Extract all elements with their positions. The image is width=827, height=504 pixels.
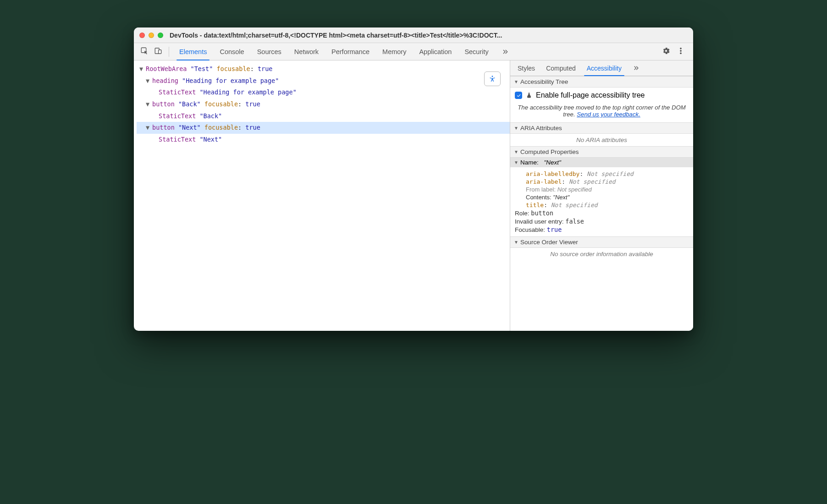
- computed-name-row[interactable]: ▼Name: "Next": [510, 158, 693, 167]
- tree-row-heading[interactable]: ▼heading "Heading for example page": [137, 75, 510, 87]
- accessibility-toggle-button[interactable]: [484, 71, 501, 86]
- sidebar-tabs: Styles Computed Accessibility: [510, 60, 693, 76]
- inspect-icon[interactable]: [140, 47, 149, 57]
- svg-point-5: [680, 52, 682, 54]
- experiment-icon: [526, 92, 532, 99]
- tree-row-heading-text[interactable]: StaticText "Heading for example page": [137, 87, 510, 99]
- accessibility-tree-view: ▼RootWebArea "Test" focusable: true ▼hea…: [134, 60, 510, 331]
- sidebar-tab-styles[interactable]: Styles: [512, 60, 540, 76]
- tab-sources[interactable]: Sources: [251, 43, 288, 60]
- sidebar-tab-accessibility[interactable]: Accessibility: [581, 60, 627, 76]
- settings-icon[interactable]: [662, 47, 670, 57]
- source-order-empty: No source order information available: [510, 248, 693, 260]
- tree-row-next-selected[interactable]: ▼button "Next" focusable: true: [137, 122, 510, 134]
- section-source-order[interactable]: ▼Source Order Viewer: [510, 236, 693, 248]
- svg-point-4: [680, 50, 682, 51]
- tab-security[interactable]: Security: [458, 43, 495, 60]
- main-tabs: Elements Console Sources Network Perform…: [173, 43, 657, 60]
- toolbar-separator: [169, 47, 169, 57]
- tree-row-back-text[interactable]: StaticText "Back": [137, 110, 510, 122]
- traffic-lights: [139, 33, 163, 38]
- kebab-menu-icon[interactable]: [677, 47, 685, 57]
- svg-rect-2: [159, 49, 161, 53]
- enable-fullpage-tree-label: Enable full-page accessibility tree: [536, 91, 645, 99]
- sidebar-tab-computed[interactable]: Computed: [540, 60, 581, 76]
- accessibility-note: The accessibility tree moved to the top …: [510, 103, 693, 122]
- aria-empty: No ARIA attributes: [510, 134, 693, 146]
- tree-row-back[interactable]: ▼button "Back" focusable: true: [137, 99, 510, 110]
- close-button[interactable]: [139, 33, 145, 38]
- section-aria[interactable]: ▼ARIA Attributes: [510, 122, 693, 134]
- svg-point-3: [680, 48, 682, 49]
- sidebar-tab-overflow[interactable]: [627, 60, 645, 76]
- tab-performance[interactable]: Performance: [325, 43, 376, 60]
- device-toolbar-icon[interactable]: [154, 47, 162, 57]
- tab-memory[interactable]: Memory: [376, 43, 413, 60]
- tab-console[interactable]: Console: [213, 43, 250, 60]
- svg-point-6: [492, 76, 493, 77]
- panel-body: ▼RootWebArea "Test" focusable: true ▼hea…: [134, 60, 693, 331]
- computed-body: aria-labelledby: Not specified aria-labe…: [510, 167, 693, 236]
- feedback-link[interactable]: Send us your feedback.: [577, 111, 640, 118]
- enable-fullpage-tree-checkbox[interactable]: [515, 92, 522, 99]
- enable-fullpage-tree-row: Enable full-page accessibility tree: [510, 88, 693, 103]
- tree-row-root[interactable]: ▼RootWebArea "Test" focusable: true: [137, 63, 510, 75]
- section-accessibility-tree[interactable]: ▼Accessibility Tree: [510, 76, 693, 88]
- tab-network[interactable]: Network: [288, 43, 325, 60]
- zoom-button[interactable]: [158, 33, 163, 38]
- tab-elements[interactable]: Elements: [173, 43, 213, 60]
- main-toolbar: Elements Console Sources Network Perform…: [134, 43, 693, 60]
- sidebar-panel: Styles Computed Accessibility ▼Accessibi…: [510, 60, 693, 331]
- section-computed[interactable]: ▼Computed Properties: [510, 146, 693, 158]
- devtools-window: DevTools - data:text/html;charset=utf-8,…: [134, 27, 693, 331]
- tree-row-next-text[interactable]: StaticText "Next": [137, 134, 510, 146]
- tab-overflow[interactable]: [495, 43, 515, 60]
- tab-application[interactable]: Application: [413, 43, 458, 60]
- window-title: DevTools - data:text/html;charset=utf-8,…: [170, 32, 502, 39]
- minimize-button[interactable]: [149, 33, 154, 38]
- titlebar: DevTools - data:text/html;charset=utf-8,…: [134, 27, 693, 43]
